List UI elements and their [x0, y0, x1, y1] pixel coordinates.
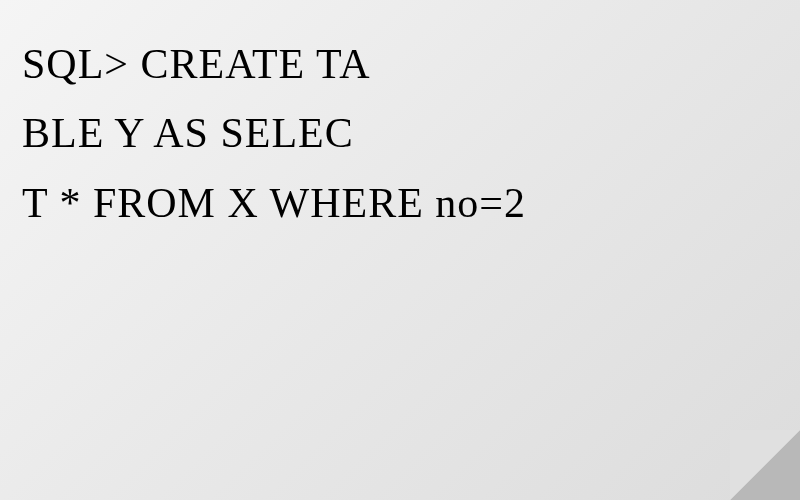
text-line-2: BLE Y AS SELEC — [22, 99, 778, 168]
text-line-3: T * FROM X WHERE no=2 — [22, 169, 778, 238]
page-corner-fold — [730, 430, 800, 500]
text-line-1: SQL> CREATE TA — [22, 30, 778, 99]
question-text-area: SQL> CREATE TA BLE Y AS SELEC T * FROM X… — [0, 0, 800, 268]
